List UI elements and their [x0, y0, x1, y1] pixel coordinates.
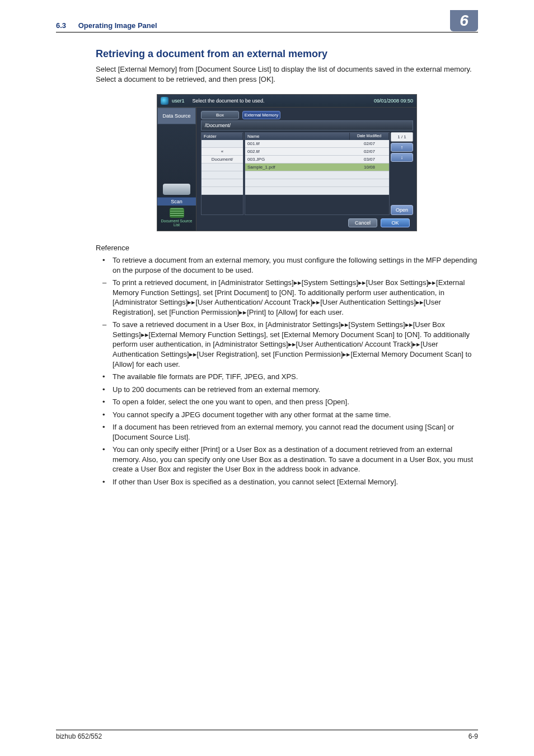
page-indicator: 1 / 1: [391, 132, 413, 142]
path-bar: /Document/: [201, 120, 413, 130]
list-icon: [170, 208, 184, 218]
tab-external-memory[interactable]: External Memory: [242, 111, 280, 119]
file-row[interactable]: 002.tif02/07: [245, 148, 389, 156]
panel-datetime: 09/01/2008 09:50: [374, 98, 413, 104]
header-section: 6.3 Operating Image Panel: [56, 21, 157, 30]
folder-row: [202, 179, 243, 187]
list-item: If a document has been retrieved from an…: [96, 422, 478, 442]
section-title: Operating Image Panel: [78, 21, 157, 30]
user-icon: [161, 97, 168, 105]
user-label: user1: [172, 98, 185, 104]
list-item: You cannot specify a JPEG document toget…: [96, 410, 478, 420]
footer-right: 6-9: [469, 732, 478, 740]
mfp-panel: user1 Select the document to be used. 09…: [157, 94, 417, 231]
list-item: You can only specify either [Print] or a…: [96, 445, 478, 474]
list-item: If other than User Box is specified as a…: [96, 477, 478, 487]
folder-row[interactable]: «: [202, 148, 243, 156]
file-row: [245, 187, 389, 195]
document-source-list-button[interactable]: Document Source List: [157, 206, 196, 231]
scan-button[interactable]: Scan: [157, 197, 196, 206]
page-up-button[interactable]: ↑: [391, 143, 413, 152]
reference-bullets-top: To retrieve a document from an external …: [96, 255, 478, 275]
file-row[interactable]: 003.JPG03/07: [245, 156, 389, 164]
scan-icon: [163, 184, 190, 195]
cancel-button[interactable]: Cancel: [348, 218, 377, 227]
chapter-tab: 6: [450, 10, 478, 31]
file-column: Name Date Modified 001.tif02/07002.tif02…: [245, 132, 390, 215]
date-header: Date Modified: [350, 133, 389, 140]
folder-row[interactable]: Document/: [202, 156, 243, 164]
file-row: [245, 179, 389, 187]
list-item: The available file formats are PDF, TIFF…: [96, 372, 478, 382]
doclist-label: Document Source List: [161, 219, 192, 227]
file-row: [245, 171, 389, 179]
open-button[interactable]: Open: [391, 205, 413, 215]
ok-button[interactable]: OK: [381, 218, 410, 227]
list-item: To save a retrieved document in a User B…: [96, 320, 478, 369]
tab-box[interactable]: Box: [201, 111, 239, 119]
file-row[interactable]: Sample_1.pdf10/08: [245, 164, 389, 171]
folder-column: Folder «Document/: [201, 132, 243, 215]
reference-heading: Reference: [96, 244, 478, 252]
reference-bullets-rest: The available file formats are PDF, TIFF…: [96, 372, 478, 487]
section-number: 6.3: [56, 21, 66, 30]
file-row[interactable]: 001.tif02/07: [245, 140, 389, 148]
folder-row: [202, 171, 243, 179]
panel-instruction: Select the document to be used.: [193, 98, 374, 104]
list-item: To open a folder, select the one you wan…: [96, 397, 478, 407]
data-source-label: Data Source: [157, 108, 196, 124]
list-item: To print a retrieved document, in [Admin…: [96, 278, 478, 317]
panel-topbar: user1 Select the document to be used. 09…: [157, 95, 416, 108]
reference-dashes: To print a retrieved document, in [Admin…: [96, 278, 478, 369]
panel-side: Data Source Scan Document Source List: [157, 108, 196, 231]
page-down-button[interactable]: ↓: [391, 153, 413, 162]
footer-left: bizhub 652/552: [56, 732, 102, 740]
page-header: 6.3 Operating Image Panel: [56, 21, 478, 32]
folder-row: [202, 164, 243, 171]
folder-row: [202, 187, 243, 195]
page-heading: Retrieving a document from an external m…: [96, 48, 478, 60]
intro-paragraph: Select [External Memory] from [Document …: [96, 64, 478, 84]
name-header: Name: [245, 133, 350, 140]
folder-row: [202, 140, 243, 148]
list-item: To retrieve a document from an external …: [96, 255, 478, 275]
page-footer: bizhub 652/552 6-9: [56, 730, 478, 740]
folder-header: Folder: [202, 133, 243, 140]
list-item: Up to 200 documents can be retrieved fro…: [96, 385, 478, 395]
